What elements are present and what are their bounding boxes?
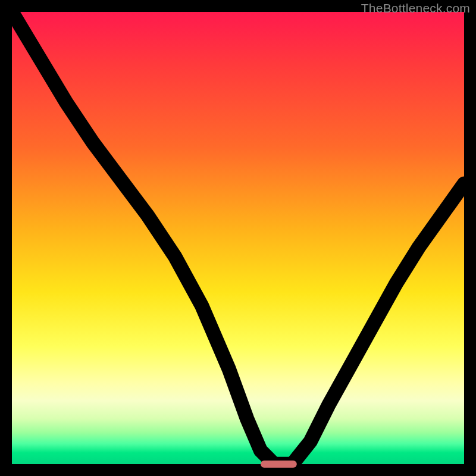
watermark-text: TheBottleneck.com <box>361 1 470 15</box>
bottleneck-curve <box>12 12 464 464</box>
chart-overlay <box>12 12 464 464</box>
optimal-range-marker <box>261 461 297 468</box>
chart-frame: TheBottleneck.com <box>0 0 476 476</box>
